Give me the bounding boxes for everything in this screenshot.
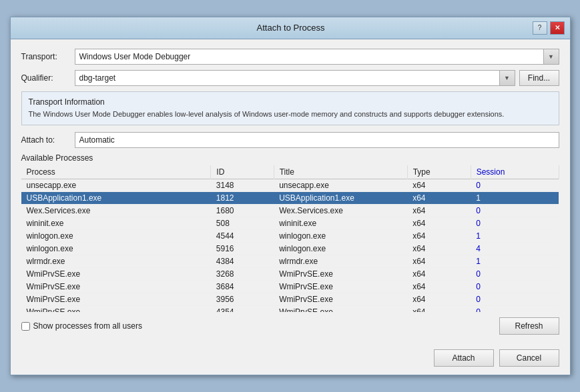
title-bar: Attach to Process ? ✕ — [11, 17, 570, 39]
cell-process: wlrmdr.exe — [21, 255, 211, 268]
table-row[interactable]: WmiPrvSE.exe 3956 WmiPrvSE.exe x64 0 — [21, 293, 559, 306]
cell-session: 0 — [471, 179, 559, 192]
cell-title: unsecapp.exe — [274, 179, 407, 192]
cell-type: x64 — [407, 293, 471, 306]
show-all-users-checkbox[interactable] — [21, 322, 30, 331]
available-processes-label: Available Processes — [21, 153, 559, 163]
process-table-container[interactable]: Process ID Title Type Session unsecapp.e… — [21, 165, 559, 312]
cell-session: 0 — [471, 205, 559, 217]
cell-type: x64 — [407, 255, 471, 268]
cell-id: 4354 — [211, 306, 274, 313]
qualifier-dropdown[interactable]: dbg-target — [75, 70, 515, 86]
cell-type: x64 — [407, 179, 471, 192]
attach-to-label: Attach to: — [21, 135, 75, 145]
dialog-footer: Attach Cancel — [11, 343, 570, 375]
refresh-button[interactable]: Refresh — [499, 317, 559, 335]
cell-id: 1680 — [211, 205, 274, 217]
cell-process: winlogon.exe — [21, 230, 211, 243]
transport-label: Transport: — [21, 52, 75, 61]
dialog-title: Attach to Process — [49, 23, 533, 33]
cell-session: 0 — [471, 306, 559, 313]
cell-type: x64 — [407, 281, 471, 293]
attach-button[interactable]: Attach — [434, 349, 494, 367]
cell-title: Wex.Services.exe — [274, 205, 407, 217]
cell-type: x64 — [407, 205, 471, 217]
col-process: Process — [21, 165, 211, 179]
table-row[interactable]: winlogon.exe 5916 winlogon.exe x64 4 — [21, 243, 559, 255]
cell-type: x64 — [407, 192, 471, 205]
title-bar-controls: ? ✕ — [533, 21, 565, 35]
cell-process: WmiPrvSE.exe — [21, 293, 211, 306]
cell-session: 1 — [471, 230, 559, 243]
attach-to-input[interactable] — [75, 132, 559, 148]
attach-to-process-dialog: Attach to Process ? ✕ Transport: Windows… — [10, 17, 571, 375]
qualifier-combo-wrap: dbg-target ▼ — [75, 70, 515, 86]
help-button[interactable]: ? — [533, 21, 547, 35]
cell-process: USBApplication1.exe — [21, 192, 211, 205]
find-button[interactable]: Find... — [519, 70, 559, 86]
transport-row: Transport: Windows User Mode Debugger ▼ — [21, 49, 559, 65]
close-button[interactable]: ✕ — [550, 21, 565, 35]
cell-id: 3148 — [211, 179, 274, 192]
table-row[interactable]: WmiPrvSE.exe 3684 WmiPrvSE.exe x64 0 — [21, 281, 559, 293]
table-row[interactable]: wininit.exe 508 wininit.exe x64 0 — [21, 217, 559, 230]
col-session: Session — [471, 165, 559, 179]
cell-session: 1 — [471, 192, 559, 205]
cell-process: winlogon.exe — [21, 243, 211, 255]
cell-id: 3268 — [211, 268, 274, 281]
info-box-text: The Windows User Mode Debugger enables l… — [29, 109, 552, 119]
table-row[interactable]: wlrmdr.exe 4384 wlrmdr.exe x64 1 — [21, 255, 559, 268]
cell-title: winlogon.exe — [274, 243, 407, 255]
col-id: ID — [211, 165, 274, 179]
show-all-users-wrap: Show processes from all users — [21, 321, 499, 331]
table-row[interactable]: unsecapp.exe 3148 unsecapp.exe x64 0 — [21, 179, 559, 192]
cell-title: WmiPrvSE.exe — [274, 293, 407, 306]
cell-id: 1812 — [211, 192, 274, 205]
cell-title: WmiPrvSE.exe — [274, 281, 407, 293]
table-row[interactable]: WmiPrvSE.exe 4354 WmiPrvSE.exe x64 0 — [21, 306, 559, 313]
cell-process: wininit.exe — [21, 217, 211, 230]
cell-type: x64 — [407, 268, 471, 281]
cell-session: 4 — [471, 243, 559, 255]
table-row[interactable]: winlogon.exe 4544 winlogon.exe x64 1 — [21, 230, 559, 243]
cell-process: unsecapp.exe — [21, 179, 211, 192]
dialog-body: Transport: Windows User Mode Debugger ▼ … — [11, 39, 570, 343]
transport-info-box: Transport Information The Windows User M… — [21, 91, 559, 125]
cell-title: wininit.exe — [274, 217, 407, 230]
qualifier-label: Qualifier: — [21, 73, 75, 83]
cell-title: WmiPrvSE.exe — [274, 268, 407, 281]
process-table-body: unsecapp.exe 3148 unsecapp.exe x64 0 USB… — [21, 179, 559, 313]
cell-process: WmiPrvSE.exe — [21, 268, 211, 281]
cell-title: wlrmdr.exe — [274, 255, 407, 268]
cell-title: winlogon.exe — [274, 230, 407, 243]
cell-session: 0 — [471, 281, 559, 293]
cell-title: WmiPrvSE.exe — [274, 306, 407, 313]
col-type: Type — [407, 165, 471, 179]
table-row[interactable]: Wex.Services.exe 1680 Wex.Services.exe x… — [21, 205, 559, 217]
cell-id: 3684 — [211, 281, 274, 293]
header-row: Process ID Title Type Session — [21, 165, 559, 179]
transport-dropdown[interactable]: Windows User Mode Debugger — [75, 49, 559, 65]
cell-id: 3956 — [211, 293, 274, 306]
cancel-button[interactable]: Cancel — [499, 349, 559, 367]
show-all-users-label: Show processes from all users — [33, 321, 142, 331]
process-table: Process ID Title Type Session unsecapp.e… — [21, 165, 559, 312]
cell-id: 4544 — [211, 230, 274, 243]
info-box-title: Transport Information — [29, 97, 552, 107]
cell-session: 1 — [471, 255, 559, 268]
table-row[interactable]: USBApplication1.exe 1812 USBApplication1… — [21, 192, 559, 205]
cell-id: 508 — [211, 217, 274, 230]
cell-session: 0 — [471, 293, 559, 306]
cell-type: x64 — [407, 230, 471, 243]
qualifier-row: Qualifier: dbg-target ▼ Find... — [21, 70, 559, 86]
cell-type: x64 — [407, 306, 471, 313]
transport-combo-wrap: Windows User Mode Debugger ▼ — [75, 49, 559, 65]
cell-process: WmiPrvSE.exe — [21, 306, 211, 313]
cell-type: x64 — [407, 217, 471, 230]
cell-id: 4384 — [211, 255, 274, 268]
col-title: Title — [274, 165, 407, 179]
cell-title: USBApplication1.exe — [274, 192, 407, 205]
table-row[interactable]: WmiPrvSE.exe 3268 WmiPrvSE.exe x64 0 — [21, 268, 559, 281]
cell-process: WmiPrvSE.exe — [21, 281, 211, 293]
cell-session: 0 — [471, 268, 559, 281]
